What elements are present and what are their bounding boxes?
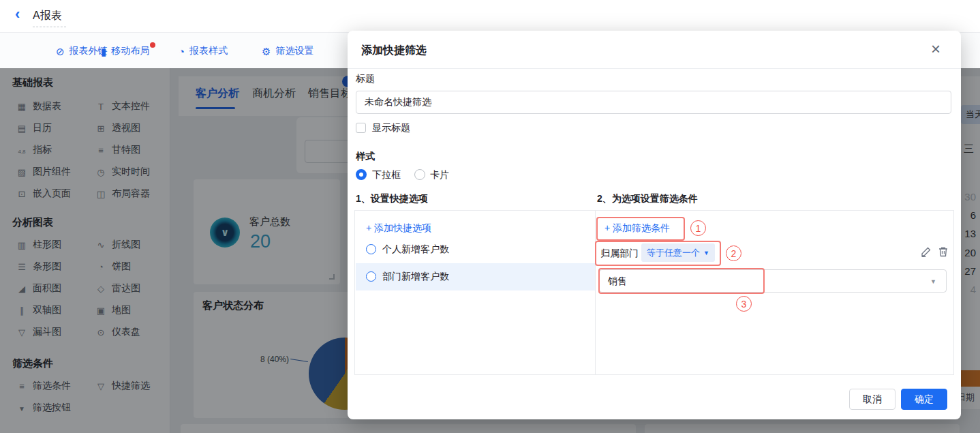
title-input[interactable] — [356, 91, 951, 114]
radio-dropdown-label: 下拉框 — [372, 169, 401, 181]
toolbar-item-report-style[interactable]: 报表样式 — [179, 44, 228, 59]
report-title[interactable]: A报表 — [33, 9, 66, 27]
annotation-circle-2: 2 — [726, 245, 741, 261]
gear-icon — [262, 46, 271, 57]
options-panel-heading: 1、设置快捷选项 — [356, 193, 428, 205]
back-icon[interactable]: ‹ — [15, 5, 20, 23]
top-header: ‹ A报表 — [0, 0, 980, 32]
show-title-checkbox[interactable] — [356, 123, 366, 133]
quick-filter-panel: + 添加快捷选项 个人新增客户数 部门新增客户数 + 添加筛选条件 1 归属部门… — [354, 210, 954, 375]
add-quick-option-link[interactable]: + 添加快捷选项 — [366, 222, 431, 235]
cancel-button[interactable]: 取消 — [849, 389, 895, 410]
radio-card-label: 卡片 — [430, 169, 449, 181]
option-label-personal[interactable]: 个人新增客户数 — [382, 243, 449, 256]
title-field-label: 标题 — [356, 73, 375, 85]
mobile-icon — [101, 46, 106, 57]
radio-card[interactable] — [414, 169, 425, 180]
option-label-department[interactable]: 部门新增客户数 — [382, 271, 449, 283]
notification-dot — [150, 42, 155, 48]
app-screen: ‹ A报表 报表外链 移动布局 报表样式 筛选设置 基础报表 数据表 文本控件 … — [0, 0, 980, 433]
option-radio-personal[interactable] — [366, 244, 376, 254]
condition-field-name: 归属部门 — [600, 248, 639, 260]
confirm-button[interactable]: 确定 — [901, 389, 947, 410]
conditions-panel-heading: 2、为选项设置筛选条件 — [597, 193, 698, 205]
modal-title: 添加快捷筛选 — [361, 44, 427, 58]
condition-operator-dropdown[interactable]: 等于任意一个 ▼ — [641, 243, 715, 262]
chevron-down-icon: ▼ — [930, 278, 936, 285]
modal-header-divider — [348, 68, 961, 69]
chevron-down-icon: ▼ — [703, 250, 709, 256]
toolbar-item-report-link[interactable]: 报表外链 — [56, 44, 108, 59]
panel-divider — [595, 211, 596, 374]
pie-icon — [179, 46, 185, 57]
toolbar-item-filter-settings[interactable]: 筛选设置 — [262, 44, 313, 59]
show-title-label: 显示标题 — [372, 122, 410, 134]
condition-row-tools — [921, 246, 949, 257]
option-radio-department[interactable] — [366, 271, 376, 282]
close-icon[interactable]: × — [931, 41, 940, 57]
style-field-label: 样式 — [356, 151, 375, 163]
annotation-box-3 — [598, 268, 765, 294]
edit-icon[interactable] — [921, 246, 932, 257]
add-condition-link[interactable]: + 添加筛选条件 — [604, 222, 670, 235]
delete-icon[interactable] — [938, 246, 949, 257]
annotation-circle-1: 1 — [690, 220, 706, 236]
link-icon — [56, 46, 65, 57]
radio-dropdown[interactable] — [356, 169, 367, 180]
toolbar-item-mobile-layout[interactable]: 移动布局 — [101, 44, 149, 59]
add-quick-filter-modal: 添加快捷筛选 × 标题 显示标题 样式 下拉框 卡片 1、设置快捷选项 2、为选… — [348, 31, 961, 419]
annotation-circle-3: 3 — [736, 296, 752, 312]
